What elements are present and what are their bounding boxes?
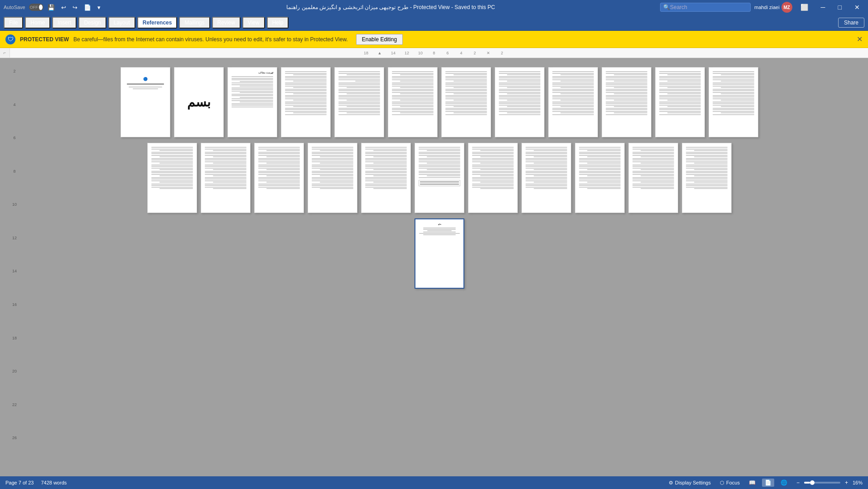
page-thumb-11[interactable] (655, 67, 705, 137)
page-5-content (335, 68, 384, 137)
ruler-num-14: 14 (386, 51, 400, 55)
ribbon-display-button[interactable]: ⬜ (796, 2, 813, 13)
zoom-slider[interactable]: − + 16% (794, 479, 863, 487)
read-mode-button[interactable]: 📖 (746, 479, 758, 487)
page-6-content (388, 68, 437, 137)
ruler-num-18: 18 (359, 51, 373, 55)
shield-icon: 🛡 (5, 34, 15, 44)
search-box[interactable]: 🔍 (660, 3, 751, 12)
tab-design[interactable]: Design (78, 17, 106, 29)
tab-layout[interactable]: Layout (108, 17, 135, 29)
zoom-out-button[interactable]: − (794, 479, 802, 487)
page-thumb-8[interactable] (495, 67, 545, 137)
titlebar-right: 🔍 mahdi ziaei MZ ⬜ ─ □ ✕ (660, 2, 864, 13)
page-thumb-14[interactable] (201, 143, 251, 213)
enable-editing-button[interactable]: Enable Editing (356, 34, 403, 45)
title-bar: AutoSave OFF 💾 ↩ ↪ 📄 ▾ طرح توجیهی میزان … (0, 0, 868, 15)
page-thumb-23[interactable] (682, 143, 732, 213)
page-thumb-7[interactable] (441, 67, 491, 137)
page-thumb-10[interactable] (602, 67, 651, 137)
page-20-content (522, 143, 571, 213)
status-bar: Page 7 of 23 7428 words ⚙ Display Settin… (0, 476, 868, 489)
page-18-content (415, 143, 464, 213)
zoom-track[interactable] (804, 482, 840, 484)
page-21-content (575, 143, 624, 213)
zoom-in-button[interactable]: + (842, 479, 851, 487)
banner-close-button[interactable]: ✕ (857, 35, 863, 44)
share-button[interactable]: Share (838, 18, 864, 28)
page-2-content: بسم (174, 68, 223, 137)
document-title: طرح توجیهی میزان اثربخشی و انگیزش معلمین… (121, 4, 660, 10)
focus-icon: ⬡ (720, 480, 724, 486)
page-thumb-16[interactable] (308, 143, 357, 213)
web-layout-button[interactable]: 🌐 (778, 479, 790, 487)
page-thumb-21[interactable] (575, 143, 625, 213)
word-count: 7428 words (41, 480, 67, 485)
page-thumb-3[interactable]: فهرست مطالب (227, 67, 277, 137)
page-thumb-5[interactable] (334, 67, 384, 137)
page-7-content (442, 68, 491, 137)
page-thumb-15[interactable] (254, 143, 304, 213)
page-24-content: منابع (415, 219, 463, 288)
close-button[interactable]: ✕ (850, 2, 864, 13)
tab-view[interactable]: View (242, 17, 265, 29)
customize-button[interactable]: ▾ (95, 3, 103, 12)
tab-help[interactable]: Help (267, 17, 289, 29)
ruler-corner[interactable]: ⌐ (0, 48, 10, 58)
left-ruler-26: 26 (12, 434, 17, 467)
page-thumb-19[interactable] (468, 143, 518, 213)
search-input[interactable] (670, 4, 743, 10)
protected-view-banner: 🛡 PROTECTED VIEW Be careful—files from t… (0, 31, 868, 48)
page-12-content (709, 68, 758, 137)
left-ruler-18: 18 (12, 334, 17, 368)
restore-button[interactable]: □ (834, 2, 846, 13)
page-row-1: 🔵 بسم فهرست مطالب (121, 67, 758, 137)
page-thumb-17[interactable] (361, 143, 411, 213)
ruler: ⌐ 18 ▲ 14 12 10 8 6 4 2 ✕ 2 (0, 48, 868, 58)
tab-references[interactable]: References (137, 17, 178, 29)
left-ruler-10: 10 (12, 200, 17, 234)
search-icon: 🔍 (663, 4, 670, 10)
page-thumb-22[interactable] (628, 143, 678, 213)
page-15-content (255, 143, 304, 213)
user-badge: mahdi ziaei MZ (754, 2, 792, 13)
autosave-state: OFF (30, 5, 38, 10)
page-row-2 (147, 143, 732, 213)
save-button[interactable]: 💾 (45, 3, 57, 12)
left-ruler-16: 16 (12, 300, 17, 334)
zoom-percent: 16% (853, 480, 863, 485)
page-thumb-20[interactable] (521, 143, 571, 213)
page-thumb-13[interactable] (147, 143, 197, 213)
tab-insert[interactable]: Insert (52, 17, 77, 29)
autosave-toggle[interactable]: OFF (29, 4, 43, 11)
file-button[interactable]: 📄 (82, 3, 93, 12)
user-avatar[interactable]: MZ (781, 2, 792, 13)
page-thumb-4[interactable] (281, 67, 331, 137)
page-8-content (495, 68, 544, 137)
ruler-num-x: ✕ (482, 51, 495, 55)
focus-button[interactable]: ⬡ Focus (717, 479, 743, 487)
display-settings-button[interactable]: ⚙ Display Settings (666, 479, 714, 487)
page-thumb-1[interactable]: 🔵 (121, 67, 170, 137)
left-ruler-20: 20 (12, 367, 17, 401)
page-22-content (629, 143, 678, 213)
ruler-numbers: 18 ▲ 14 12 10 8 6 4 2 ✕ 2 (359, 51, 509, 55)
page-thumb-24[interactable]: منابع (415, 218, 464, 289)
left-ruler-6: 6 (13, 134, 15, 167)
undo-button[interactable]: ↩ (59, 3, 68, 12)
page-thumb-12[interactable] (709, 67, 758, 137)
calligraphy-text: بسم (187, 93, 211, 111)
ruler-num-4: 4 (454, 51, 468, 55)
print-layout-button[interactable]: 📄 (762, 479, 774, 487)
page-thumb-2[interactable]: بسم (174, 67, 224, 137)
page-thumb-18[interactable] (415, 143, 464, 213)
tab-file[interactable]: File (4, 17, 23, 29)
page-thumb-6[interactable] (388, 67, 438, 137)
minimize-button[interactable]: ─ (816, 2, 830, 13)
tab-mailings[interactable]: Mailings (179, 17, 210, 29)
tab-review[interactable]: Review (212, 17, 241, 29)
tab-home[interactable]: Home (25, 17, 50, 29)
zoom-thumb[interactable] (810, 480, 815, 485)
page-thumb-9[interactable] (548, 67, 598, 137)
redo-button[interactable]: ↪ (70, 3, 80, 12)
